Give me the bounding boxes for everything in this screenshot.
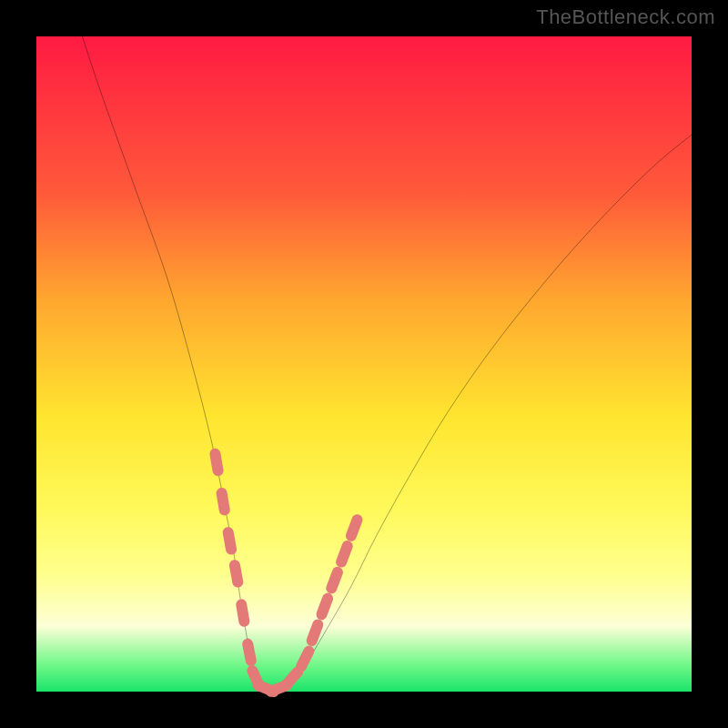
marker-layer [215,454,357,692]
data-marker [222,493,225,510]
data-marker [341,546,348,562]
data-marker [312,624,318,641]
data-marker [235,565,238,581]
chart-frame: TheBottleneck.com [0,0,728,728]
data-marker [248,644,251,661]
data-marker [331,572,338,589]
curve-path [82,36,692,693]
watermark-text: TheBottleneck.com [536,5,715,29]
data-marker [322,599,329,615]
chart-svg [36,36,692,692]
data-marker [241,604,244,621]
data-marker [215,454,217,470]
curve-layer [82,36,692,693]
data-marker [287,672,298,685]
data-marker [351,520,358,536]
data-marker [301,652,308,667]
data-marker [228,532,231,549]
